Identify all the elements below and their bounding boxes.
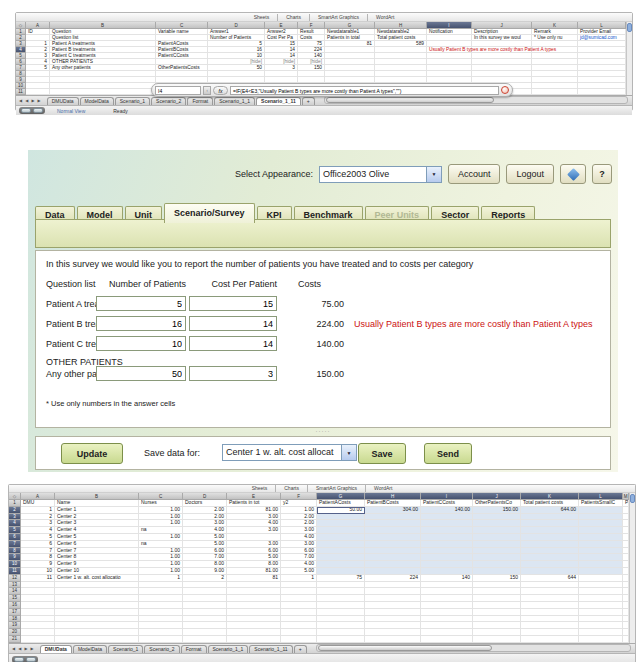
column-header-K[interactable]: K [532, 22, 578, 29]
vertical-scrollbar[interactable] [626, 22, 632, 95]
gallery-tab-sheets[interactable]: Sheets [246, 14, 278, 21]
cell-C7[interactable]: na [139, 541, 183, 548]
sheet-tab-Scenario_1[interactable]: Scenario_1 [108, 645, 143, 653]
cell-G9[interactable] [317, 554, 365, 561]
cell-K5[interactable] [521, 527, 579, 534]
cell-D19[interactable] [183, 622, 227, 629]
cell-H2[interactable]: 304.00 [365, 507, 421, 514]
panel-splitter[interactable]: ····· [28, 429, 618, 434]
column-header-H[interactable]: H [375, 22, 427, 29]
cell-I15[interactable] [421, 595, 473, 602]
cell-J3[interactable] [473, 514, 521, 521]
cell-L2[interactable] [579, 507, 623, 514]
cell-H9[interactable] [365, 554, 421, 561]
cell-B6[interactable]: Center 5 [55, 534, 139, 541]
cell-E20[interactable] [227, 629, 281, 636]
cell-L11[interactable] [579, 568, 623, 575]
cell-K4[interactable] [521, 520, 579, 527]
cell-E3[interactable]: 3.00 [227, 514, 281, 521]
column-header-J[interactable]: J [473, 493, 521, 500]
cell-D14[interactable] [183, 588, 227, 595]
cell-L14[interactable] [579, 588, 623, 595]
cell-L19[interactable] [579, 622, 623, 629]
cell-B4[interactable]: Center 3 [55, 520, 139, 527]
cell-K2[interactable]: 644.00 [521, 507, 579, 514]
cell-A17[interactable] [21, 609, 55, 616]
cell-B8[interactable]: Center 7 [55, 548, 139, 555]
cell-K1[interactable]: Total patient costs [521, 500, 579, 507]
cell-J19[interactable] [473, 622, 521, 629]
cell-C21[interactable] [139, 636, 183, 643]
cell-L18[interactable] [579, 616, 623, 623]
cell-J4[interactable] [473, 520, 521, 527]
cell-A4[interactable]: 3 [21, 520, 55, 527]
cell-I18[interactable] [421, 616, 473, 623]
cell-A10[interactable]: 9 [21, 561, 55, 568]
row-header-8[interactable]: 8 [9, 548, 21, 555]
row-header-18[interactable]: 18 [9, 616, 21, 623]
select-all-corner[interactable]: ◇ [9, 493, 21, 500]
cell-K3[interactable] [521, 514, 579, 521]
cell-D8[interactable]: 6.00 [183, 548, 227, 555]
row-header-5[interactable]: 5 [9, 527, 21, 534]
cell-G3[interactable] [317, 514, 365, 521]
row-header-13[interactable]: 13 [9, 582, 21, 589]
cell-C6[interactable]: 1.00 [139, 534, 183, 541]
cell-C16[interactable] [139, 602, 183, 609]
cell-G10[interactable] [317, 561, 365, 568]
sheet-tab-Format[interactable]: Format [187, 97, 213, 105]
column-header-A[interactable]: A [21, 493, 55, 500]
scrollbar-thumb[interactable] [318, 645, 492, 651]
cell-I20[interactable] [421, 629, 473, 636]
cell-J8[interactable] [473, 548, 521, 555]
cell-F6[interactable]: 4.00 [281, 534, 317, 541]
cell-L5[interactable] [579, 527, 623, 534]
row-header-15[interactable]: 15 [9, 595, 21, 602]
cell-A1[interactable]: DMU [21, 500, 55, 507]
cell-B11[interactable]: Center 10 [55, 568, 139, 575]
cell-J2[interactable]: 150.00 [473, 507, 521, 514]
column-header-B[interactable]: B [55, 493, 139, 500]
cell-C5[interactable]: na [139, 527, 183, 534]
vertical-scrollbar[interactable] [629, 493, 635, 643]
cell-K13[interactable] [521, 582, 579, 589]
cell-G21[interactable] [317, 636, 365, 643]
cell-A2[interactable]: 1 [21, 507, 55, 514]
cell-J16[interactable] [473, 602, 521, 609]
row-header-11[interactable]: 11 [16, 89, 26, 95]
send-button[interactable]: Send [424, 443, 472, 464]
cell-K11[interactable] [521, 568, 579, 575]
cell-F13[interactable] [281, 582, 317, 589]
row-header-1[interactable]: 1 [9, 500, 21, 507]
cell-G4[interactable] [317, 520, 365, 527]
cell-D21[interactable] [183, 636, 227, 643]
cell-H13[interactable] [365, 582, 421, 589]
cell-E2[interactable]: 81.00 [227, 507, 281, 514]
cell-I16[interactable] [421, 602, 473, 609]
column-header-L[interactable]: L [578, 22, 626, 29]
cell-I17[interactable] [421, 609, 473, 616]
cell-D9[interactable]: 7.00 [183, 554, 227, 561]
cell-G16[interactable] [317, 602, 365, 609]
tab-scenario-survey[interactable]: Scenario/Survey [164, 203, 255, 223]
cell-F20[interactable] [281, 629, 317, 636]
patients-input-a[interactable] [96, 296, 186, 311]
cell-E14[interactable] [227, 588, 281, 595]
column-header-G[interactable]: G [317, 493, 365, 500]
cancel-icon[interactable] [501, 86, 509, 94]
cell-H21[interactable] [365, 636, 421, 643]
cell-F1[interactable]: y2 [281, 500, 317, 507]
tab-scroll-arrows[interactable]: ◀ ◀ ▶ ▶ [19, 97, 42, 105]
cell-B5[interactable]: Center 4 [55, 527, 139, 534]
cell-B21[interactable] [55, 636, 139, 643]
cell-G1[interactable]: PatientACosts [317, 500, 365, 507]
cell-F7[interactable]: 3.00 [281, 541, 317, 548]
cell-I10[interactable] [421, 561, 473, 568]
cell-B18[interactable] [55, 616, 139, 623]
cell-G12[interactable]: 75 [317, 575, 365, 582]
patients-input-b[interactable] [96, 316, 186, 331]
cell-J7[interactable] [473, 541, 521, 548]
cell-J5[interactable] [473, 527, 521, 534]
cell-D10[interactable]: 8.00 [183, 561, 227, 568]
cell-B16[interactable] [55, 602, 139, 609]
